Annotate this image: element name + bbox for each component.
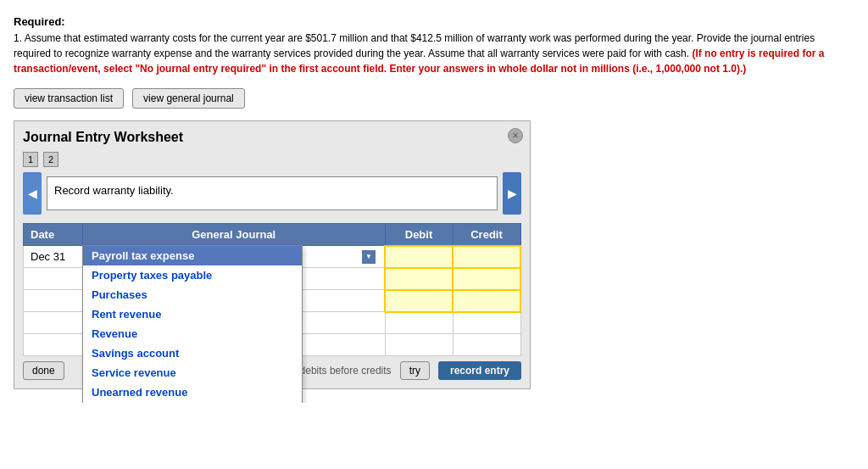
dropdown-arrow-1[interactable]: [362, 250, 376, 264]
record-entry-button[interactable]: record entry: [438, 361, 521, 380]
col-header-debit: Debit: [385, 223, 453, 246]
date-cell-5: [24, 334, 83, 356]
date-cell-1: Dec 31: [24, 246, 83, 268]
view-transaction-list-button[interactable]: view transaction list: [14, 88, 124, 109]
dropdown-item-property-taxes-payable[interactable]: Property taxes payable: [83, 265, 302, 285]
credit-cell-5: [453, 334, 520, 356]
credit-cell-2[interactable]: [453, 268, 520, 290]
nav-box-1[interactable]: 1: [23, 152, 38, 167]
date-cell-2: [24, 268, 83, 290]
debit-cell-4: [385, 312, 453, 334]
nav-row: 1 2: [23, 152, 521, 167]
nav-arrow-right[interactable]: ▶: [503, 172, 521, 215]
dropdown-item-payroll-tax-expense[interactable]: Payroll tax expense: [83, 246, 302, 265]
credit-cell-4: [453, 312, 520, 334]
dropdown-item-rent-revenue[interactable]: Rent revenue: [83, 304, 302, 324]
dropdown-item-unearned-revenue[interactable]: Unearned revenue: [83, 382, 302, 402]
required-body: 1. Assume that estimated warranty costs …: [14, 31, 854, 76]
dropdown-item-savings-account[interactable]: Savings account: [83, 343, 302, 363]
dropdown-popup: Payroll tax expense Property taxes payab…: [82, 245, 303, 404]
nav-arrow-left[interactable]: ◀: [23, 172, 42, 215]
nav-box-2[interactable]: 2: [43, 152, 58, 167]
instruction-number: 1.: [14, 32, 22, 44]
required-section: Required: 1. Assume that estimated warra…: [14, 14, 854, 76]
required-title: Required:: [14, 14, 854, 31]
debit-cell-3[interactable]: [385, 290, 453, 312]
view-general-journal-button[interactable]: view general journal: [132, 88, 245, 109]
debit-cell-5: [385, 334, 453, 356]
dropdown-item-purchases[interactable]: Purchases: [83, 285, 302, 304]
dropdown-item-service-revenue[interactable]: Service revenue: [83, 363, 302, 382]
date-cell-3: [24, 290, 83, 312]
debit-cell-2[interactable]: [385, 268, 453, 290]
toolbar: view transaction list view general journ…: [14, 88, 854, 109]
date-cell-4: [24, 312, 83, 334]
dropdown-item-wage-expense[interactable]: Wage expense: [83, 402, 302, 404]
col-header-gj: General Journal: [83, 223, 386, 246]
dropdown-item-revenue[interactable]: Revenue: [83, 324, 302, 343]
close-button[interactable]: ×: [508, 128, 523, 143]
credit-cell-3[interactable]: [453, 290, 520, 312]
col-header-credit: Credit: [453, 223, 520, 246]
done-button[interactable]: done: [23, 361, 64, 380]
journal-entry-worksheet: Journal Entry Worksheet × 1 2 ◀ Record w…: [14, 120, 531, 390]
worksheet-title: Journal Entry Worksheet: [23, 130, 521, 145]
record-description: Record warranty liability.: [47, 176, 498, 210]
col-header-date: Date: [24, 223, 83, 246]
desc-nav-container: ◀ Record warranty liability. ▶: [23, 172, 521, 215]
bottom-right: *Enter debits before credits try record …: [269, 361, 521, 380]
credit-cell-1[interactable]: [453, 246, 520, 268]
debit-cell-1[interactable]: [385, 246, 453, 268]
try-button[interactable]: try: [400, 361, 430, 380]
